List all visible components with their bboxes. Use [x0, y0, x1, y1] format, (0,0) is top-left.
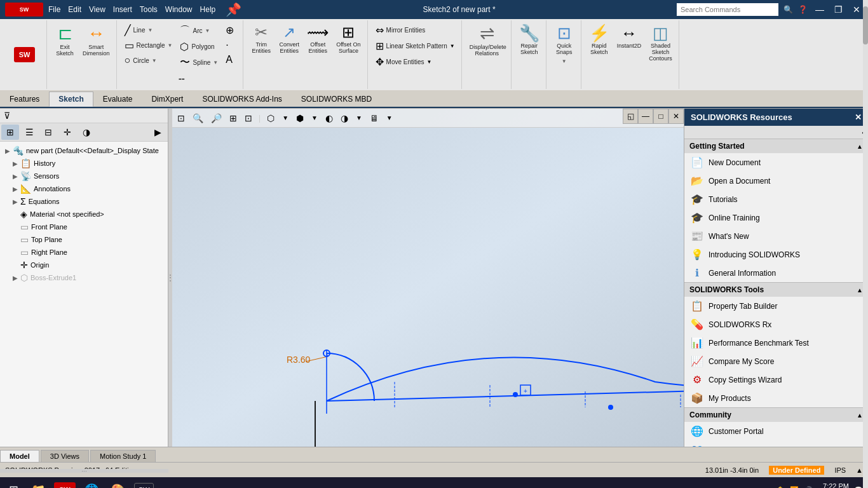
sw-rx-item[interactable]: 💊 SOLIDWORKS Rx [684, 315, 868, 334]
vp-btn-5[interactable]: ⊡ [242, 112, 255, 125]
panel-split-btn[interactable]: ◑ [78, 125, 95, 140]
menu-insert[interactable]: Insert [113, 5, 132, 14]
vp-btn-12[interactable]: ▼ [353, 113, 365, 123]
trim-entities-button[interactable]: ✂ TrimEntities [248, 23, 274, 56]
online-training-item[interactable]: 🎓 Online Training [684, 208, 868, 227]
tab-dimxpert[interactable]: DimXpert [142, 92, 193, 107]
panel-expand-btn[interactable]: ▶ [149, 125, 166, 140]
introducing-sw-item[interactable]: 💡 Introducing SOLIDWORKS [684, 245, 868, 264]
vp-btn-11[interactable]: ◑ [338, 112, 351, 125]
tree-item-equations[interactable]: ▶ Σ Equations [3, 195, 165, 208]
vp-btn-2[interactable]: 🔍 [190, 112, 206, 125]
bottom-tab-model[interactable]: Model [0, 450, 39, 462]
customer-portal-item[interactable]: 🌐 Customer Portal [684, 422, 868, 440]
panel-add-btn[interactable]: ✛ [58, 125, 76, 140]
quick-snaps-button[interactable]: ⊡ QuickSnaps [552, 23, 577, 57]
tree-item-sensors[interactable]: ▶ 📡 Sensors [3, 170, 165, 182]
compare-score-item[interactable]: 📈 Compare My Score [684, 352, 868, 370]
user-groups-item[interactable]: 👥 User Groups [684, 440, 868, 447]
vp-btn-13[interactable]: 🖥 [367, 112, 381, 125]
rectangle-button[interactable]: ▭ Rectangle ▼ [122, 38, 175, 53]
vp-btn-9[interactable]: ▼ [309, 113, 320, 123]
vp-btn-10[interactable]: ◐ [323, 112, 336, 125]
ellipse-button[interactable]: ⊕ [223, 23, 239, 37]
help-icon[interactable]: ❓ [798, 5, 808, 14]
tree-root[interactable]: ▶ 🔩 new part (Default<<Default>_Display … [3, 144, 165, 157]
property-tab-item[interactable]: 📋 Property Tab Builder [684, 297, 868, 315]
solidworks-taskbar-button[interactable]: SW [54, 482, 76, 488]
vp-btn-7[interactable]: ▼ [280, 113, 291, 123]
new-document-item[interactable]: 📄 New Document [684, 153, 868, 172]
search-input[interactable] [677, 3, 778, 16]
vp-minimize-btn[interactable]: — [638, 109, 653, 124]
menu-edit[interactable]: Edit [68, 5, 81, 14]
tree-item-right-plane[interactable]: ▶ ▭ Right Plane [3, 246, 165, 259]
tab-addins[interactable]: SOLIDWORKS Add-Ins [193, 92, 291, 107]
spline-dropdown-icon[interactable]: ▼ [213, 60, 218, 65]
menu-file[interactable]: File [48, 5, 60, 14]
perf-benchmark-item[interactable]: 📊 Performance Benchmark Test [684, 334, 868, 352]
panel-property-btn[interactable]: ⊟ [39, 125, 57, 140]
paint-button[interactable]: 🎨 [107, 480, 129, 488]
vp-btn-4[interactable]: ⊞ [227, 112, 240, 125]
tree-item-material[interactable]: ▶ ◈ Material <not specified> [3, 208, 165, 220]
instant2d-button[interactable]: ↔ Instant2D [614, 23, 644, 51]
tree-item-front-plane[interactable]: ▶ ▭ Front Plane [3, 220, 165, 233]
line-dropdown-icon[interactable]: ▼ [147, 27, 153, 33]
offset-surface-button[interactable]: ⊞ Offset OnSurface [334, 23, 363, 56]
vp-btn-3[interactable]: 🔎 [208, 112, 224, 125]
sw-icon2-button[interactable]: SW [134, 483, 154, 488]
close-button[interactable]: ✕ [850, 4, 863, 15]
convert-entities-button[interactable]: ↗ ConvertEntities [276, 23, 302, 56]
viewport[interactable]: ⊡ 🔍 🔎 ⊞ ⊡ | ⬡ ▼ ⬢ ▼ ◐ ◑ ▼ 🖥 ▼ ◱ — □ ✕ [172, 109, 684, 447]
mirror-entities-button[interactable]: ⇔ Mirror Entities [373, 23, 428, 37]
bottom-tab-3dviews[interactable]: 3D Views [41, 450, 89, 462]
vp-btn-6[interactable]: ⬡ [264, 112, 277, 125]
taskbar-clock[interactable]: 7:22 PM 3/16/2021 [818, 482, 849, 488]
vp-btn-14[interactable]: ▼ [384, 113, 395, 123]
tree-item-origin[interactable]: ▶ ✛ Origin [3, 259, 165, 271]
view-orient-btn[interactable]: ⊡ [175, 112, 187, 125]
file-explorer-button[interactable]: 📁 [27, 480, 49, 488]
tab-features[interactable]: Features [0, 92, 49, 107]
line-button[interactable]: ╱ Line ▼ [122, 23, 175, 37]
getting-started-header[interactable]: Getting Started ▲ [684, 139, 868, 153]
vp-maximize-btn[interactable]: □ [653, 109, 668, 124]
menu-help[interactable]: Help [200, 5, 216, 14]
taskbar-notification-center[interactable]: 💬 [854, 486, 863, 489]
exit-sketch-button[interactable]: ⊏ ExitSketch [52, 23, 78, 58]
tab-evaluate[interactable]: Evaluate [93, 92, 142, 107]
tab-sketch[interactable]: Sketch [49, 92, 93, 107]
smart-dimension-button[interactable]: ↔ SmartDimension [80, 23, 112, 58]
rapid-sketch-button[interactable]: ⚡ RapidSketch [587, 23, 612, 57]
sw-logo-button[interactable]: SW [14, 47, 36, 62]
move-dropdown-icon[interactable]: ▼ [427, 59, 432, 65]
tab-mbd[interactable]: SOLIDWORKS MBD [292, 92, 381, 107]
shaded-contours-button[interactable]: ◫ ShadedSketchContours [646, 23, 675, 64]
circle-dropdown-icon[interactable]: ▼ [152, 58, 157, 64]
my-products-item[interactable]: 📦 My Products [684, 389, 868, 407]
vp-close-btn[interactable]: ✕ [668, 109, 684, 124]
whats-new-item[interactable]: 📰 What's New [684, 227, 868, 245]
tutorials-item[interactable]: 🎓 Tutorials [684, 190, 868, 208]
circle-button[interactable]: ○ Circle ▼ [122, 53, 175, 67]
right-panel-close-btn[interactable]: ✕ [855, 112, 862, 122]
tree-item-boss-extrude1[interactable]: ▶ ⬡ Boss-Extrude1 [3, 271, 165, 284]
vp-restore-btn[interactable]: ◱ [623, 109, 638, 124]
menu-window[interactable]: Window [165, 5, 193, 14]
panel-features-btn[interactable]: ⊞ [1, 125, 19, 140]
move-entities-button[interactable]: ✥ Move Entities ▼ [373, 55, 435, 69]
tree-item-history[interactable]: ▶ 📋 History [3, 157, 165, 170]
repair-sketch-button[interactable]: 🔧 RepairSketch [517, 23, 542, 57]
text-button[interactable]: A [223, 53, 239, 67]
linear-sketch-pattern-button[interactable]: ⊞ Linear Sketch Pattern ▼ [373, 39, 458, 53]
copy-settings-item[interactable]: ⚙ Copy Settings Wizard [684, 370, 868, 389]
open-document-item[interactable]: 📂 Open a Document [684, 172, 868, 190]
vp-btn-8[interactable]: ⬢ [294, 112, 306, 125]
restore-button[interactable]: ❐ [832, 4, 845, 15]
point-button[interactable]: · [223, 38, 239, 52]
offset-entities-button[interactable]: ⟿ OffsetEntities [304, 23, 331, 56]
minimize-button[interactable]: — [813, 4, 827, 15]
display-delete-button[interactable]: ⇌ Display/DeleteRelations [467, 23, 507, 58]
centerline-button[interactable]: ╌ [176, 72, 187, 86]
